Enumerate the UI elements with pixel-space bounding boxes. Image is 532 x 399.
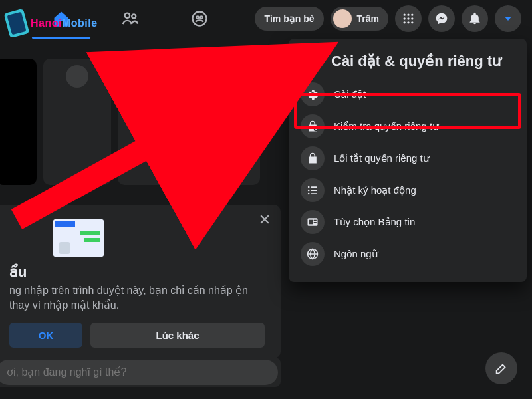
watermark-part2: Mobile [62,17,98,29]
news-icon [301,210,325,234]
svg-rect-24 [314,222,317,223]
svg-rect-20 [311,193,317,194]
svg-point-19 [308,193,310,195]
svg-rect-18 [311,190,317,191]
watermark-part1: Hanoi [31,17,62,29]
story-strip [0,59,260,185]
messenger-button[interactable] [428,5,455,32]
bell-icon [468,12,481,25]
story-card[interactable] [192,59,260,185]
story-avatar [140,65,163,88]
prompt-description: ng nhập trên trình duyệt này, bạn chỉ cầ… [9,283,265,312]
svg-rect-23 [314,220,317,221]
back-button[interactable] [301,51,322,72]
dropdown-item-label: Tùy chọn Bảng tin [334,216,415,228]
svg-point-5 [404,13,406,15]
watermark-logo-icon [4,9,30,38]
svg-point-13 [411,21,413,23]
account-dropdown-button[interactable] [495,5,521,32]
svg-point-12 [407,21,409,23]
lock-check-icon [301,114,325,138]
dropdown-item-label: Nhật ký hoạt động [334,184,416,196]
illustration [53,219,104,257]
list-icon [301,178,325,202]
later-button[interactable]: Lúc khác [90,323,265,348]
lock-icon [301,146,325,170]
friends-tab[interactable] [120,8,141,29]
svg-point-8 [404,17,406,19]
menu-grid-icon [402,12,415,25]
svg-point-4 [200,16,203,19]
profile-name: Trâm [357,13,379,24]
find-friends-button[interactable]: Tìm bạn bè [255,7,323,31]
svg-point-3 [196,16,199,19]
composer-bar [0,358,281,387]
menu-button[interactable] [395,5,422,32]
svg-point-9 [407,17,409,19]
svg-point-2 [193,11,207,25]
dropdown-title: Cài đặt & quyền riêng tư [331,53,501,70]
svg-point-7 [411,13,413,15]
close-icon [258,213,271,226]
svg-point-11 [404,21,406,23]
dropdown-item-privacy-checkup[interactable]: Kiểm tra quyền riêng tư [294,110,521,142]
composer-input[interactable] [0,360,278,385]
svg-point-17 [308,190,310,192]
dropdown-item-newsfeed-prefs[interactable]: Tùy chọn Bảng tin [294,206,521,238]
dropdown-item-language[interactable]: Ngôn ngữ [294,238,521,270]
save-password-prompt: ẩu ng nhập trên trình duyệt này, bạn chỉ… [0,205,281,358]
svg-rect-22 [309,220,313,225]
svg-rect-16 [311,186,317,188]
story-card[interactable] [118,59,186,185]
dropdown-item-label: Kiểm tra quyền riêng tư [334,120,439,132]
messenger-icon [435,12,448,25]
edit-icon [494,361,509,376]
svg-point-15 [308,186,310,188]
prompt-title: ẩu [9,263,265,281]
story-create-card[interactable] [0,59,37,185]
nav-right: Tìm bạn bè Trâm [255,5,521,32]
settings-privacy-dropdown: Cài đặt & quyền riêng tư Cài đặt Kiểm tr… [289,39,527,282]
dropdown-item-activity-log[interactable]: Nhật ký hoạt động [294,174,521,206]
ok-button[interactable]: OK [9,323,82,348]
dropdown-item-label: Cài đặt [334,88,366,100]
arrow-left-icon [304,54,319,68]
dropdown-header: Cài đặt & quyền riêng tư [294,48,521,78]
globe-icon [301,242,325,266]
caret-down-icon [502,13,514,25]
svg-point-10 [411,17,413,19]
dropdown-item-privacy-shortcuts[interactable]: Lối tắt quyền riêng tư [294,142,521,174]
compose-fab[interactable] [485,352,517,384]
dropdown-item-label: Ngôn ngữ [334,248,378,260]
svg-point-0 [125,13,130,17]
svg-point-1 [132,14,136,18]
close-button[interactable] [258,213,271,226]
svg-point-6 [407,13,409,15]
story-avatar [215,65,237,88]
story-card[interactable] [43,59,111,185]
notifications-button[interactable] [462,5,488,32]
avatar-icon [333,9,352,28]
gear-icon [301,82,325,106]
dropdown-item-settings[interactable]: Cài đặt [294,78,521,110]
dropdown-item-label: Lối tắt quyền riêng tư [334,152,430,164]
story-avatar [66,65,88,88]
watermark: HanoiMobile [7,11,98,36]
groups-tab[interactable] [189,8,210,29]
profile-chip[interactable]: Trâm [331,7,388,31]
